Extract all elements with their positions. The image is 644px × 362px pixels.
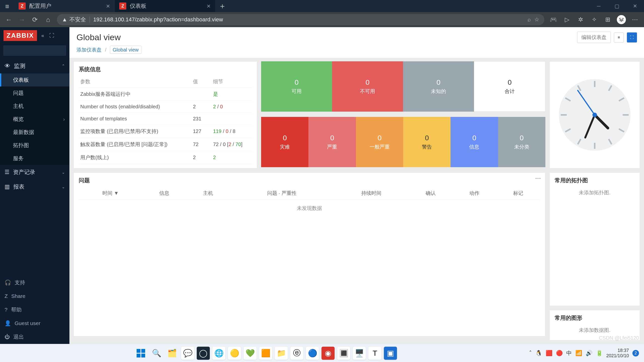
tab-overview-icon[interactable]: ▥ — [0, 0, 14, 12]
forward-button[interactable]: → — [18, 15, 26, 24]
widget-favorite-maps: 常用的拓扑图 未添加拓扑图. — [549, 172, 640, 306]
play-icon[interactable]: ▷ — [562, 15, 572, 24]
col-header[interactable]: 时间 ▼ — [79, 187, 142, 200]
col-header[interactable]: 信息 — [142, 187, 186, 200]
system-tray[interactable]: ˄ 🐧 🟥 🔴 中 📶 🔊 🔋 18:37 2021/10/10 2 — [529, 348, 639, 358]
maximize-button[interactable]: ▢ — [608, 0, 626, 12]
tab-1[interactable]: Z 仪表板 × — [115, 0, 215, 12]
vm-icon[interactable]: 🟧 — [259, 347, 272, 360]
close-window-button[interactable]: ✕ — [626, 0, 644, 12]
edge-icon[interactable]: 🌐 — [212, 347, 225, 360]
col-header[interactable]: 持续时间 — [334, 187, 409, 200]
fullscreen-button[interactable]: ⛶ — [627, 32, 637, 42]
sidebar-search[interactable]: ⌕ — [4, 46, 66, 56]
favorites-icon[interactable]: ✧ — [590, 15, 599, 24]
tile[interactable]: 0一般严重 — [356, 117, 403, 167]
col-header[interactable]: 确认 — [409, 187, 453, 200]
tile[interactable]: 0未知的 — [403, 61, 474, 112]
close-icon[interactable]: × — [106, 2, 110, 10]
edit-dashboard-button[interactable]: 编辑仪表盘 — [577, 32, 611, 43]
ie-icon[interactable]: ⓔ — [290, 347, 303, 360]
search-input[interactable] — [6, 48, 70, 54]
tile[interactable]: 0严重 — [308, 117, 356, 167]
tile[interactable]: 0可用 — [261, 61, 332, 112]
wechat-icon[interactable]: 💚 — [244, 347, 257, 360]
netease-icon[interactable]: ◉ — [321, 347, 335, 360]
profile-avatar[interactable]: 🐼 — [617, 15, 626, 24]
chat-icon[interactable]: 💬 — [181, 347, 194, 360]
extensions-icon[interactable]: ✲ — [576, 15, 585, 24]
detail: 2 / 0 — [212, 101, 252, 113]
tile[interactable]: 0警告 — [403, 117, 451, 167]
tile[interactable]: 0灾难 — [261, 117, 308, 167]
sidebar-section-reports[interactable]: ▥ 报表 ⌄ — [0, 179, 69, 194]
zabbix-logo[interactable]: ZABBIX — [4, 30, 37, 41]
sidebar-bottom-item[interactable]: ?帮助 — [0, 303, 69, 317]
favorite-icon[interactable]: ☆ — [534, 16, 539, 23]
wifi-icon[interactable]: 📶 — [575, 350, 582, 356]
sidebar-item[interactable]: 仪表板 — [0, 73, 69, 86]
col-value: 值 — [191, 76, 212, 88]
collections-icon[interactable]: ⊞ — [603, 15, 612, 24]
volume-icon[interactable]: 🔊 — [586, 350, 592, 356]
sidebar-item[interactable]: 问题 — [0, 86, 69, 100]
tray-icon[interactable]: 🟥 — [546, 350, 552, 356]
controller-icon[interactable]: 🎮 — [549, 15, 558, 24]
tile[interactable]: 0合计 — [474, 61, 545, 112]
breadcrumb-current[interactable]: Global view — [110, 46, 141, 54]
notifications-icon[interactable]: 2 — [632, 350, 639, 356]
widget-menu-icon[interactable]: ••• — [535, 176, 541, 181]
sidebar-section-monitoring[interactable]: 👁 监测 ⌃ — [0, 59, 69, 73]
start-button[interactable] — [134, 347, 147, 360]
task-view-button[interactable]: 🗂️ — [166, 347, 179, 360]
list-view-button[interactable]: ≡ — [614, 32, 624, 42]
tray-icon[interactable]: 🔴 — [556, 350, 563, 356]
ime-icon[interactable]: 中 — [566, 349, 572, 357]
steam-icon[interactable]: ◯ — [197, 347, 210, 360]
address-bar[interactable]: ▲ 不安全 192.168.100.147/zabbix.php?action=… — [57, 14, 544, 25]
sidebar-item[interactable]: 服务 — [0, 152, 69, 165]
tile[interactable]: 0未分类 — [498, 117, 545, 167]
sidebar-item[interactable]: 主机 — [0, 100, 69, 113]
more-icon[interactable]: ⋯ — [630, 15, 639, 24]
app-icon[interactable]: 🔳 — [337, 347, 350, 360]
app-icon[interactable]: ▣ — [384, 347, 397, 360]
tray-clock[interactable]: 18:37 2021/10/10 — [606, 348, 629, 358]
chrome-icon[interactable]: 🔵 — [306, 347, 319, 360]
search-icon[interactable]: ⌕ — [528, 16, 531, 23]
sidebar-section-inventory[interactable]: ☰ 资产记录 ⌄ — [0, 165, 69, 179]
chevron-up-icon[interactable]: ˄ — [529, 350, 532, 356]
col-header[interactable]: 标记 — [496, 187, 540, 200]
search-button[interactable]: 🔍 — [150, 347, 163, 360]
sidebar-item[interactable]: 概览› — [0, 113, 69, 126]
col-header[interactable]: 动作 — [453, 187, 496, 200]
reload-button[interactable]: ⟳ — [31, 15, 39, 24]
widget-clock — [549, 61, 640, 168]
collapse-icon[interactable]: « — [39, 32, 46, 39]
sidebar-bottom-item[interactable]: ⏻退出 — [0, 330, 69, 344]
tile[interactable]: 0不可用 — [332, 61, 403, 112]
sidebar-item[interactable]: 最新数据 — [0, 126, 69, 139]
qq-icon[interactable]: 🐧 — [535, 350, 542, 356]
col-header[interactable]: 问题 · 严重性 — [230, 187, 334, 200]
sidebar-bottom-item[interactable]: 🎧支持 — [0, 276, 69, 290]
tile[interactable]: 0信息 — [451, 117, 498, 167]
popout-icon[interactable]: ⛶ — [49, 32, 55, 39]
new-tab-button[interactable]: ＋ — [215, 0, 229, 12]
home-button[interactable]: ⌂ — [44, 15, 52, 24]
app-icon[interactable]: 🟡 — [228, 347, 241, 360]
minimize-button[interactable]: ─ — [590, 0, 608, 12]
col-header[interactable]: 主机 — [186, 187, 230, 200]
widget-title: 常用的拓扑图 — [555, 177, 635, 184]
battery-icon[interactable]: 🔋 — [596, 350, 603, 356]
sidebar-bottom-item[interactable]: 👤Guest user — [0, 317, 69, 330]
explorer-icon[interactable]: 📁 — [275, 347, 288, 360]
sidebar-bottom-item[interactable]: ZShare — [0, 290, 69, 303]
app-icon[interactable]: 🖥️ — [353, 347, 366, 360]
tab-0[interactable]: Z 配置用户 × — [14, 0, 115, 12]
close-icon[interactable]: × — [207, 2, 211, 10]
text-icon[interactable]: T — [368, 347, 381, 360]
back-button[interactable]: ← — [5, 15, 13, 24]
sidebar-item[interactable]: 拓扑图 — [0, 139, 69, 152]
breadcrumb-root[interactable]: 添加仪表盘 — [76, 47, 102, 53]
